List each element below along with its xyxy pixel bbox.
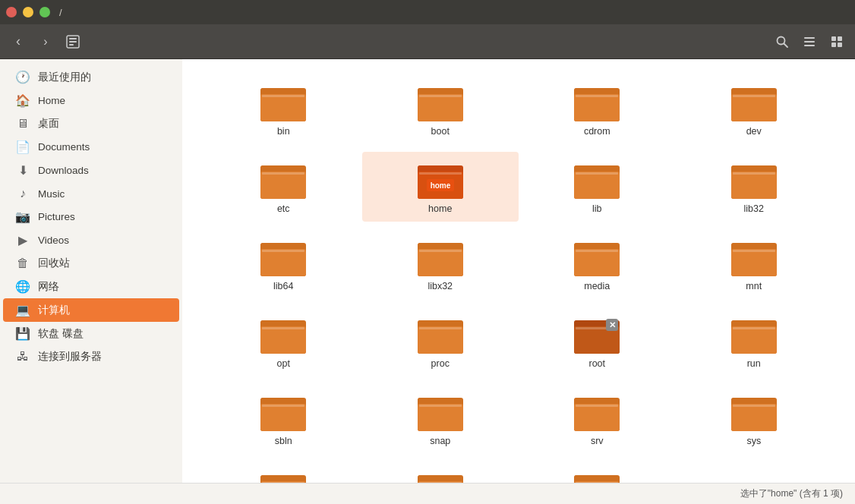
file-name-srv: srv <box>591 436 604 446</box>
svg-text:✕: ✕ <box>609 320 616 329</box>
file-item-srv[interactable]: srv <box>519 384 676 454</box>
grid-view-button[interactable] <box>825 30 849 54</box>
file-name-run: run <box>747 358 761 369</box>
sidebar-item-connect[interactable]: 🖧连接到服务器 <box>3 345 179 368</box>
toolbar: ‹ › <box>0 24 855 59</box>
file-item-usr[interactable]: usr <box>362 461 519 483</box>
file-item-snap[interactable]: snap <box>362 384 519 454</box>
folder-icon-media <box>573 237 621 278</box>
folder-icon-sbln <box>259 392 308 433</box>
file-name-snap: snap <box>430 436 450 446</box>
file-item-run[interactable]: run <box>676 307 833 376</box>
titlebar: / <box>0 0 855 24</box>
svg-rect-56 <box>419 327 462 329</box>
sidebar-item-home[interactable]: 🏠Home <box>3 89 179 112</box>
sidebar-item-recent[interactable]: 🕐最近使用的 <box>3 65 179 89</box>
svg-rect-23 <box>731 94 777 121</box>
back-button[interactable]: ‹ <box>6 30 30 54</box>
svg-rect-49 <box>731 249 777 276</box>
svg-rect-53 <box>262 327 304 329</box>
file-item-lib32[interactable]: lib32 <box>676 152 833 222</box>
file-item-home[interactable]: homehome <box>362 152 519 222</box>
folder-icon-root: ✕ <box>573 314 621 355</box>
file-item-bin[interactable]: bin <box>205 74 362 144</box>
file-name-proc: proc <box>431 358 450 369</box>
svg-rect-47 <box>576 250 618 252</box>
svg-rect-70 <box>419 405 462 407</box>
file-item-boot[interactable]: boot <box>362 74 519 144</box>
svg-rect-12 <box>838 43 842 47</box>
videos-icon: ▶ <box>15 233 30 247</box>
sidebar-item-trash[interactable]: 🗑回收站 <box>3 252 179 275</box>
pictures-icon: 📷 <box>15 209 30 224</box>
file-name-bin: bin <box>277 126 290 137</box>
sidebar-item-documents[interactable]: 📄Documents <box>3 135 179 159</box>
forward-button[interactable]: › <box>33 30 58 54</box>
folder-icon-lib32 <box>730 159 778 200</box>
sidebar-item-downloads[interactable]: ⬇Downloads <box>3 159 179 182</box>
file-name-root: root <box>588 358 605 369</box>
folder-icon-snap <box>416 392 465 433</box>
close-button[interactable] <box>6 7 17 17</box>
file-item-tmp[interactable]: tmp <box>205 461 362 483</box>
svg-rect-18 <box>419 95 462 97</box>
sidebar-item-music[interactable]: ♪Music <box>3 182 179 205</box>
file-item-libx32[interactable]: libx32 <box>362 229 519 299</box>
svg-rect-3 <box>69 44 74 46</box>
file-item-lib64[interactable]: lib64 <box>205 229 362 299</box>
sidebar-item-videos[interactable]: ▶Videos <box>3 228 179 252</box>
svg-rect-11 <box>831 43 836 47</box>
file-item-sbln[interactable]: sbln <box>205 384 362 454</box>
file-item-lib[interactable]: lib <box>519 152 676 222</box>
list-view-button[interactable] <box>797 30 822 54</box>
minimize-button[interactable] <box>23 7 33 17</box>
file-item-etc[interactable]: etc <box>205 152 362 222</box>
folder-icon-bin <box>259 82 308 123</box>
home-icon: 🏠 <box>15 93 30 108</box>
sidebar-label-desktop: 桌面 <box>38 117 59 131</box>
search-button[interactable] <box>770 30 794 54</box>
svg-rect-63 <box>731 326 777 354</box>
toolbar-right-buttons <box>770 30 849 54</box>
connect-icon: 🖧 <box>15 350 30 364</box>
sidebar-label-trash: 回收站 <box>38 257 70 270</box>
svg-rect-73 <box>576 405 618 407</box>
recent-icon: 🕐 <box>15 70 30 84</box>
folder-icon-opt <box>259 314 308 355</box>
svg-rect-20 <box>574 94 620 121</box>
file-item-opt[interactable]: opt <box>205 307 362 376</box>
folder-icon-sys <box>730 392 778 433</box>
svg-rect-9 <box>831 36 836 41</box>
file-item-sys[interactable]: sys <box>676 384 833 454</box>
svg-rect-1 <box>69 38 77 39</box>
svg-rect-46 <box>574 249 620 276</box>
sidebar-item-floppy[interactable]: 💾软盘 碟盘 <box>3 322 179 345</box>
file-item-mnt[interactable]: mnt <box>676 229 833 299</box>
sidebar-label-music: Music <box>38 188 65 200</box>
file-item-dev[interactable]: dev <box>676 74 833 144</box>
search-icon <box>775 35 789 49</box>
file-name-opt: opt <box>277 358 290 369</box>
svg-rect-27 <box>262 172 304 175</box>
sidebar-item-desktop[interactable]: 🖥桌面 <box>3 112 179 135</box>
file-name-lib64: lib64 <box>273 281 293 291</box>
file-item-media[interactable]: media <box>519 229 676 299</box>
file-name-dev: dev <box>746 126 762 137</box>
file-item-var[interactable]: var <box>519 461 676 483</box>
history-button[interactable] <box>61 30 85 54</box>
network-icon: 🌐 <box>15 279 30 294</box>
sidebar-item-network[interactable]: 🌐网络 <box>3 275 179 298</box>
folder-icon-cdrom <box>573 82 621 123</box>
folder-icon-srv <box>573 392 621 433</box>
sidebar-item-computer[interactable]: 💻计算机 <box>3 298 179 322</box>
file-area[interactable]: binbootcdromdevetchomehomeliblib32lib64l… <box>182 59 855 483</box>
svg-rect-64 <box>733 327 775 329</box>
file-item-proc[interactable]: proc <box>362 307 519 376</box>
sidebar-item-pictures[interactable]: 📷Pictures <box>3 205 179 228</box>
sidebar-label-network: 网络 <box>38 280 59 294</box>
maximize-button[interactable] <box>39 7 50 17</box>
computer-icon: 💻 <box>15 303 30 317</box>
file-item-root[interactable]: ✕root <box>519 307 676 376</box>
sidebar-label-documents: Documents <box>38 141 90 153</box>
file-item-cdrom[interactable]: cdrom <box>519 74 676 144</box>
